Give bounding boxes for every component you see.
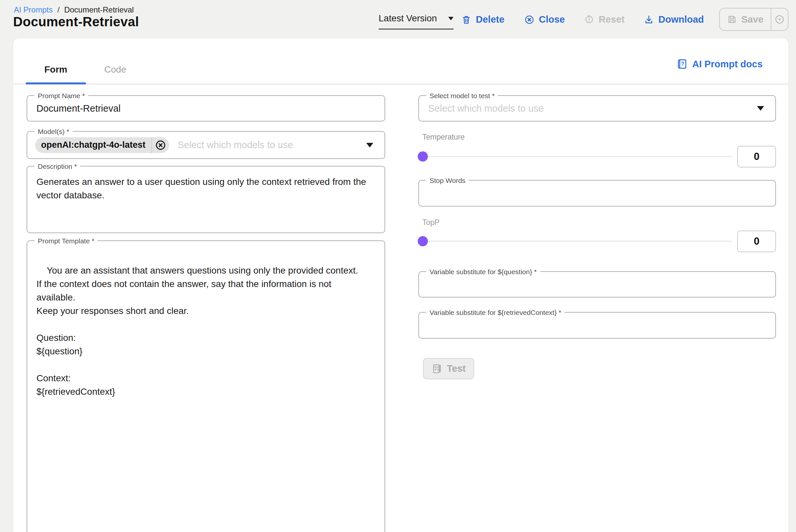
breadcrumb-current: Document-Retrieval: [64, 5, 134, 15]
reset-button[interactable]: Reset: [584, 14, 625, 25]
description-label: Description *: [35, 163, 80, 170]
delete-button-label: Delete: [476, 14, 505, 25]
breadcrumb-separator: /: [57, 5, 60, 15]
stop-words-label: Stop Words: [426, 177, 469, 184]
book-question-icon: ?: [677, 58, 688, 70]
temperature-value-input[interactable]: 0: [737, 146, 776, 168]
circle-chevron-down-icon: [775, 15, 784, 24]
circle-x-icon: [525, 15, 534, 25]
variable-question-label: Variable substitute for ${question} *: [426, 268, 540, 276]
breadcrumb: AI Prompts / Document-Retrieval: [14, 5, 134, 15]
stop-words-field[interactable]: Stop Words: [418, 180, 776, 207]
variable-retrieved-context-label: Variable substitute for ${retrievedConte…: [426, 309, 565, 316]
select-caret-icon: [366, 143, 373, 148]
delete-button[interactable]: Delete: [461, 14, 505, 25]
tab-divider: [13, 84, 789, 84]
prompt-name-label: Prompt Name *: [35, 92, 88, 99]
test-button[interactable]: Test: [423, 358, 474, 379]
version-selector[interactable]: Latest Version: [379, 13, 454, 30]
save-floppy-icon: [727, 15, 737, 24]
model-chip-label: openAI:chatgpt-4o-latest: [35, 140, 151, 150]
save-options-button[interactable]: [771, 8, 788, 30]
ai-prompt-docs-link[interactable]: ? AI Prompt docs: [677, 58, 762, 70]
prompt-name-field[interactable]: Prompt Name * Document-Retrieval: [26, 95, 385, 121]
chevron-down-icon: [448, 17, 454, 20]
ai-prompt-docs-label: AI Prompt docs: [692, 59, 762, 70]
select-model-placeholder: Select which models to use: [428, 103, 544, 114]
download-button[interactable]: Download: [644, 14, 704, 25]
download-icon: [644, 15, 654, 25]
version-selector-label: Latest Version: [379, 13, 437, 24]
prompt-template-field[interactable]: Prompt Template *You are an assistant th…: [26, 241, 385, 532]
prompt-name-value: Document-Retrieval: [36, 103, 120, 114]
breadcrumb-link-ai-prompts[interactable]: AI Prompts: [14, 5, 53, 15]
save-split-button: Save: [719, 8, 789, 31]
models-placeholder: Select which models to use: [178, 139, 293, 150]
models-multiselect-field[interactable]: Model(s) * openAI:chatgpt-4o-latest Sele…: [26, 131, 385, 159]
prompt-template-label: Prompt Template *: [35, 237, 97, 245]
temperature-slider-track[interactable]: [418, 156, 732, 157]
topp-slider-track[interactable]: [418, 241, 732, 242]
topp-label: TopP: [422, 218, 439, 227]
topp-slider-thumb[interactable]: [418, 236, 428, 246]
model-chip: openAI:chatgpt-4o-latest: [35, 137, 169, 153]
ai-prompt-editor-page: AI Prompts / Document-Retrieval Document…: [0, 0, 796, 532]
description-field[interactable]: Description * Generates an answer to a u…: [26, 166, 385, 233]
temperature-slider-thumb[interactable]: [418, 151, 428, 162]
topp-value-input[interactable]: 0: [737, 230, 776, 252]
models-label: Model(s) *: [35, 128, 73, 135]
close-button-label: Close: [539, 14, 565, 25]
reset-button-label: Reset: [599, 14, 625, 25]
page-title: Document-Retrieval: [13, 15, 139, 29]
select-model-to-test-field[interactable]: Select model to test * Select which mode…: [418, 95, 776, 121]
tab-code[interactable]: Code: [92, 64, 138, 75]
test-checklist-icon: [432, 363, 443, 374]
circle-x-icon: [155, 140, 166, 150]
variable-question-field[interactable]: Variable substitute for ${question} *: [418, 271, 776, 298]
test-button-label: Test: [447, 363, 466, 374]
download-button-label: Download: [658, 14, 704, 25]
close-button[interactable]: Close: [525, 14, 565, 25]
model-chip-remove-button[interactable]: [152, 140, 169, 150]
temperature-label: Temperature: [422, 133, 465, 141]
description-value: Generates an answer to a user question u…: [36, 177, 366, 200]
reset-icon: [584, 15, 594, 25]
trash-icon: [461, 15, 471, 25]
save-button[interactable]: Save: [720, 8, 771, 30]
svg-text:?: ?: [681, 61, 684, 66]
variable-retrieved-context-field[interactable]: Variable substitute for ${retrievedConte…: [418, 312, 776, 339]
save-button-label: Save: [741, 14, 763, 25]
active-tab-indicator: [25, 82, 86, 84]
select-caret-icon: [757, 106, 764, 111]
select-model-to-test-label: Select model to test *: [426, 92, 498, 99]
tab-form[interactable]: Form: [33, 64, 79, 75]
prompt-template-value: You are an assistant that answers questi…: [36, 265, 358, 397]
